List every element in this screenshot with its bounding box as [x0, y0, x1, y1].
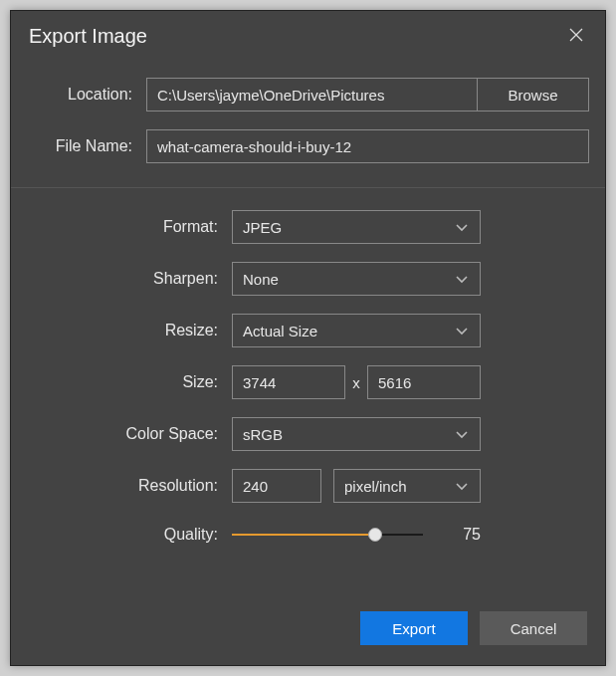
format-label: Format: — [27, 218, 232, 236]
chevron-down-icon — [454, 219, 470, 235]
resize-select[interactable]: Actual Size — [232, 314, 481, 347]
chevron-down-icon — [454, 478, 470, 494]
export-button[interactable]: Export — [360, 611, 468, 645]
location-label: Location: — [27, 86, 146, 104]
quality-slider[interactable] — [232, 521, 423, 549]
size-width-input[interactable] — [232, 365, 345, 399]
chevron-down-icon — [454, 271, 470, 287]
sharpen-label: Sharpen: — [27, 270, 232, 288]
slider-thumb[interactable] — [368, 528, 382, 542]
sharpen-select[interactable]: None — [232, 262, 481, 296]
titlebar: Export Image — [11, 11, 605, 58]
filename-input[interactable] — [146, 129, 589, 163]
browse-button[interactable]: Browse — [478, 78, 589, 112]
chevron-down-icon — [454, 323, 470, 338]
size-separator: x — [345, 374, 367, 391]
resize-label: Resize: — [27, 322, 232, 339]
export-image-dialog: Export Image Location: Browse File Name: — [10, 10, 606, 666]
dialog-title: Export Image — [29, 25, 147, 48]
dialog-footer: Export Cancel — [11, 593, 605, 665]
sharpen-value: None — [243, 271, 279, 288]
resolution-unit-value: pixel/inch — [344, 478, 407, 495]
cancel-button[interactable]: Cancel — [480, 611, 587, 645]
resize-value: Actual Size — [243, 323, 317, 339]
options-section: Format: JPEG Sharpen: None Resize: Actua… — [11, 188, 605, 576]
resolution-label: Resolution: — [27, 477, 232, 495]
size-height-input[interactable] — [367, 365, 481, 399]
close-icon — [568, 27, 584, 46]
format-value: JPEG — [243, 219, 282, 236]
quality-label: Quality: — [27, 526, 232, 544]
resolution-unit-select[interactable]: pixel/inch — [333, 469, 481, 503]
colorspace-select[interactable]: sRGB — [232, 417, 481, 451]
chevron-down-icon — [454, 426, 470, 442]
slider-fill — [232, 534, 375, 536]
location-section: Location: Browse File Name: — [11, 58, 605, 187]
quality-value: 75 — [441, 526, 481, 544]
close-button[interactable] — [565, 26, 587, 48]
location-input[interactable] — [146, 78, 478, 112]
format-select[interactable]: JPEG — [232, 210, 481, 244]
size-label: Size: — [27, 373, 232, 391]
colorspace-label: Color Space: — [27, 425, 232, 443]
resolution-input[interactable] — [232, 469, 321, 503]
filename-label: File Name: — [27, 137, 146, 155]
colorspace-value: sRGB — [243, 426, 283, 443]
